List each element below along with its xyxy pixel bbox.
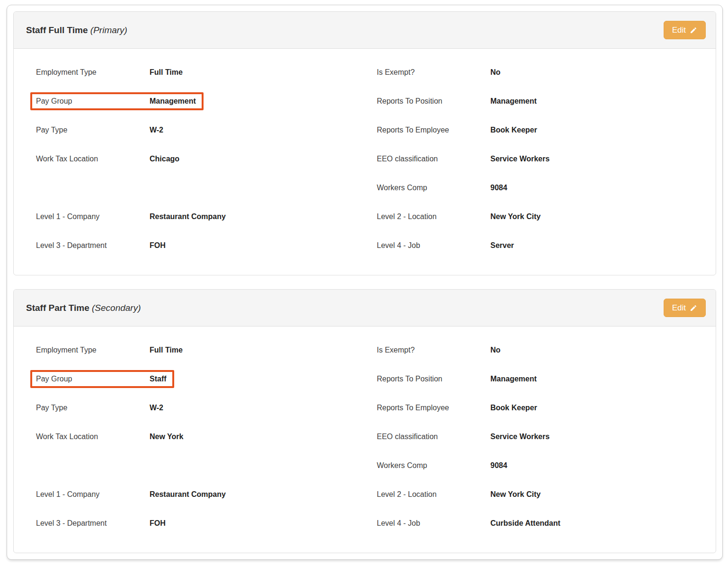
fields-column-left: Employment TypeFull TimePay GroupManagem… bbox=[36, 58, 370, 260]
field-pair: Is Exempt?No bbox=[371, 341, 508, 359]
field-row: Level 2 - LocationNew York City bbox=[377, 480, 704, 509]
field-label: Employment Type bbox=[36, 68, 150, 77]
panel-primary-position: Staff Full Time (Primary) Edit Employmen… bbox=[13, 11, 716, 275]
pencil-icon bbox=[690, 304, 697, 312]
field-value: Chicago bbox=[150, 155, 179, 163]
positions-page: Staff Full Time (Primary) Edit Employmen… bbox=[7, 5, 723, 560]
panel-title: Staff Part Time bbox=[26, 303, 89, 313]
field-row: Work Tax LocationNew York bbox=[36, 422, 370, 451]
field-row: Pay GroupStaff bbox=[36, 364, 370, 393]
field-row: EEO classificationService Workers bbox=[377, 144, 704, 173]
field-row: Reports To PositionManagement bbox=[377, 364, 704, 393]
field-label: Level 1 - Company bbox=[36, 212, 150, 221]
fields-column-right: Is Exempt?NoReports To PositionManagemen… bbox=[370, 58, 704, 260]
field-label: Reports To Employee bbox=[377, 126, 490, 134]
field-label: Work Tax Location bbox=[36, 433, 150, 441]
field-pair: Level 4 - JobServer bbox=[371, 237, 522, 255]
field-pair: Level 2 - LocationNew York City bbox=[371, 486, 548, 503]
field-label: Pay Group bbox=[36, 375, 150, 383]
field-label: Level 2 - Location bbox=[377, 212, 490, 221]
highlight-annotation-box: Pay GroupStaff bbox=[30, 370, 174, 388]
field-pair: Workers Comp9084 bbox=[371, 457, 515, 475]
field-value: W-2 bbox=[150, 126, 163, 134]
field-row: Work Tax LocationChicago bbox=[36, 144, 370, 173]
field-value: Management bbox=[150, 97, 196, 106]
field-pair: Pay TypeW-2 bbox=[30, 121, 171, 139]
edit-button[interactable]: Edit bbox=[664, 21, 706, 39]
field-row: Pay TypeW-2 bbox=[36, 393, 370, 422]
field-value: Restaurant Company bbox=[150, 212, 226, 221]
field-label: Work Tax Location bbox=[36, 155, 150, 163]
panel-header: Staff Full Time (Primary) Edit bbox=[14, 12, 716, 49]
field-pair: Employment TypeFull Time bbox=[30, 341, 190, 359]
field-value: New York City bbox=[490, 490, 541, 499]
field-row: Is Exempt?No bbox=[377, 58, 704, 87]
edit-button[interactable]: Edit bbox=[664, 299, 706, 317]
field-pair: Level 3 - DepartmentFOH bbox=[30, 514, 173, 532]
field-value: FOH bbox=[150, 519, 166, 528]
field-row: Level 4 - JobCurbside Attendant bbox=[377, 509, 704, 538]
field-value: Server bbox=[490, 241, 514, 250]
panel-title-line: Staff Part Time (Secondary) bbox=[26, 303, 141, 313]
field-label: Level 1 - Company bbox=[36, 490, 150, 499]
field-pair: Level 1 - CompanyRestaurant Company bbox=[30, 208, 233, 226]
field-value: Service Workers bbox=[490, 433, 550, 441]
highlight-annotation-box: Pay GroupManagement bbox=[30, 92, 204, 110]
panel-subtitle: (Primary) bbox=[90, 25, 127, 35]
field-row: Is Exempt?No bbox=[377, 335, 704, 364]
field-value: Management bbox=[490, 375, 537, 383]
field-value: No bbox=[490, 68, 500, 77]
field-label: Reports To Position bbox=[377, 97, 490, 106]
field-label: EEO classification bbox=[377, 433, 490, 441]
field-row: Workers Comp9084 bbox=[377, 451, 704, 480]
field-label: Workers Comp bbox=[377, 461, 490, 470]
edit-button-label: Edit bbox=[672, 26, 686, 34]
field-row: EEO classificationService Workers bbox=[377, 422, 704, 451]
panel-header: Staff Part Time (Secondary) Edit bbox=[14, 290, 716, 327]
field-label: EEO classification bbox=[377, 155, 490, 163]
field-pair: Employment TypeFull Time bbox=[30, 63, 190, 81]
field-label: Pay Type bbox=[36, 126, 150, 134]
field-row: Level 3 - DepartmentFOH bbox=[36, 509, 370, 538]
field-value: Restaurant Company bbox=[150, 490, 226, 499]
field-row: Pay GroupManagement bbox=[36, 87, 370, 115]
field-value: No bbox=[490, 346, 500, 354]
panel-title-line: Staff Full Time (Primary) bbox=[26, 25, 127, 35]
field-row: Employment TypeFull Time bbox=[36, 335, 370, 364]
field-row: Employment TypeFull Time bbox=[36, 58, 370, 87]
field-label: Level 3 - Department bbox=[36, 519, 150, 528]
fields-column-right: Is Exempt?NoReports To PositionManagemen… bbox=[370, 335, 704, 538]
field-row: Level 1 - CompanyRestaurant Company bbox=[36, 480, 370, 509]
field-pair: Workers Comp9084 bbox=[371, 179, 515, 197]
field-pair: EEO classificationService Workers bbox=[371, 428, 557, 446]
field-label: Is Exempt? bbox=[377, 346, 490, 354]
field-label: Level 4 - Job bbox=[377, 519, 490, 528]
field-pair: Work Tax LocationChicago bbox=[30, 150, 187, 168]
field-value: Curbside Attendant bbox=[490, 519, 560, 528]
panel-subtitle: (Secondary) bbox=[92, 303, 141, 313]
field-value: Staff bbox=[150, 375, 167, 383]
field-label: Level 4 - Job bbox=[377, 241, 490, 250]
field-label: Reports To Employee bbox=[377, 404, 490, 412]
fields-column-left: Employment TypeFull TimePay GroupStaffPa… bbox=[36, 335, 370, 538]
panel-title: Staff Full Time bbox=[26, 25, 88, 35]
field-row: Level 4 - JobServer bbox=[377, 231, 704, 260]
field-value: Book Keeper bbox=[490, 126, 537, 134]
field-value: Full Time bbox=[150, 346, 183, 354]
field-row: Reports To EmployeeBook Keeper bbox=[377, 393, 704, 422]
field-pair: Level 2 - LocationNew York City bbox=[371, 208, 548, 226]
field-label: Reports To Position bbox=[377, 375, 490, 383]
field-label: Workers Comp bbox=[377, 184, 490, 192]
field-label: Is Exempt? bbox=[377, 68, 490, 77]
field-pair: Reports To PositionManagement bbox=[371, 370, 544, 388]
panel-body: Employment TypeFull TimePay GroupStaffPa… bbox=[14, 327, 716, 553]
field-pair: Reports To EmployeeBook Keeper bbox=[371, 399, 545, 417]
field-label: Pay Group bbox=[36, 97, 150, 106]
field-label: Pay Type bbox=[36, 404, 150, 412]
field-pair: Level 3 - DepartmentFOH bbox=[30, 237, 173, 255]
field-row: Reports To EmployeeBook Keeper bbox=[377, 115, 704, 144]
field-label: Level 3 - Department bbox=[36, 241, 150, 250]
field-pair: Level 1 - CompanyRestaurant Company bbox=[30, 486, 233, 503]
field-value: Full Time bbox=[150, 68, 183, 77]
field-value: FOH bbox=[150, 241, 166, 250]
